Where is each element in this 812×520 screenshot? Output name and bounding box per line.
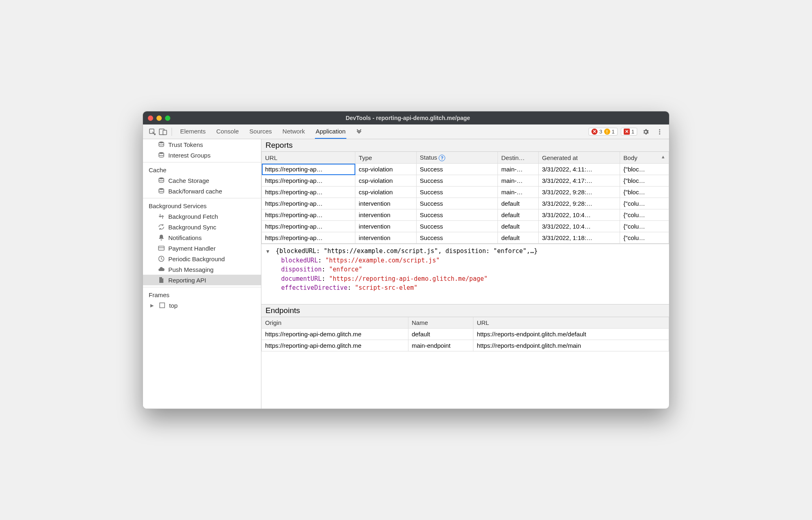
sidebar-item-label: Push Messaging	[168, 266, 214, 273]
endpoints-col-origin[interactable]: Origin	[262, 317, 408, 329]
sidebar-item-label: Back/forward cache	[168, 188, 222, 195]
report-cell-body: {"colu…	[620, 198, 669, 209]
endpoint-row[interactable]: https://reporting-api-demo.glitch.memain…	[262, 340, 669, 351]
svg-rect-13	[160, 303, 165, 308]
sidebar-item-label: top	[169, 302, 178, 309]
report-cell-status: Success	[416, 187, 497, 198]
console-errors-warnings-badge[interactable]: ✕ 3 ! 1	[589, 128, 617, 136]
sidebar-item-trust-tokens[interactable]: Trust Tokens	[143, 139, 261, 150]
settings-gear-icon[interactable]	[640, 127, 651, 137]
tab-sources[interactable]: Sources	[249, 124, 273, 139]
sidebar-item-background-sync[interactable]: Background Sync	[143, 222, 261, 232]
report-cell-dest: default	[498, 209, 539, 221]
tab-application[interactable]: Application	[315, 124, 346, 139]
sidebar-item-cache-storage[interactable]: Cache Storage	[143, 175, 261, 186]
sidebar-item-interest-groups[interactable]: Interest Groups	[143, 150, 261, 160]
json-prop-effectiveDirective: effectiveDirective: "script-src-elem"	[266, 283, 664, 293]
report-cell-url: https://reporting-ap…	[262, 232, 355, 244]
svg-point-9	[159, 188, 164, 190]
endpoints-table: OriginNameURL https://reporting-api-demo…	[261, 317, 669, 351]
endpoints-title: Endpoints	[261, 304, 669, 317]
report-cell-status: Success	[416, 221, 497, 232]
sidebar-item-top[interactable]: ▶top	[143, 300, 261, 311]
sidebar-item-background-fetch[interactable]: Background Fetch	[143, 211, 261, 222]
report-row[interactable]: https://reporting-ap…interventionSuccess…	[262, 221, 669, 232]
reports-title: Reports	[261, 139, 669, 152]
reports-col-status[interactable]: Status?	[416, 152, 497, 164]
sidebar-item-notifications[interactable]: Notifications	[143, 232, 261, 243]
report-row[interactable]: https://reporting-ap…csp-violationSucces…	[262, 164, 669, 175]
reports-col-url[interactable]: URL	[262, 152, 355, 164]
tab-elements[interactable]: Elements	[179, 124, 207, 139]
report-cell-dest: main-…	[498, 187, 539, 198]
tab-console[interactable]: Console	[216, 124, 240, 139]
report-cell-url: https://reporting-ap…	[262, 209, 355, 221]
report-row[interactable]: https://reporting-ap…interventionSuccess…	[262, 232, 669, 244]
inspect-element-icon[interactable]	[147, 127, 158, 137]
report-row[interactable]: https://reporting-ap…csp-violationSucces…	[262, 175, 669, 187]
report-cell-time: 3/31/2022, 1:18:…	[538, 232, 620, 244]
report-cell-type: intervention	[355, 198, 417, 209]
fetch-icon	[158, 213, 165, 220]
status-help-icon[interactable]: ?	[439, 155, 445, 161]
reports-col-destin-[interactable]: Destin…	[498, 152, 539, 164]
sidebar-item-periodic-background[interactable]: Periodic Background	[143, 253, 261, 264]
endpoints-col-name[interactable]: Name	[408, 317, 473, 329]
issue-count: 1	[631, 129, 634, 135]
report-cell-dest: main-…	[498, 164, 539, 175]
devtools-window: DevTools - reporting-api-demo.glitch.me/…	[143, 111, 669, 409]
sidebar-item-push-messaging[interactable]: Push Messaging	[143, 264, 261, 275]
tab-network[interactable]: Network	[282, 124, 306, 139]
endpoint-cell-name: main-endpoint	[408, 340, 473, 351]
issues-badge[interactable]: ✕ 1	[621, 128, 637, 136]
kebab-menu-icon[interactable]	[654, 127, 665, 137]
report-cell-type: intervention	[355, 221, 417, 232]
report-cell-type: intervention	[355, 209, 417, 221]
report-cell-type: csp-violation	[355, 187, 417, 198]
svg-point-7	[159, 152, 164, 154]
report-row[interactable]: https://reporting-ap…csp-violationSucces…	[262, 187, 669, 198]
report-cell-type: csp-violation	[355, 164, 417, 175]
json-summary-line[interactable]: ▼ {blockedURL: "https://example.com/scri…	[266, 247, 664, 256]
more-tabs-icon[interactable]	[354, 127, 364, 137]
report-cell-status: Success	[416, 175, 497, 187]
disclosure-triangle-icon[interactable]: ▼	[266, 248, 272, 255]
reports-col-body[interactable]: Body▲	[620, 152, 669, 164]
sidebar-section-frames: Frames	[143, 287, 261, 300]
sidebar-item-label: Payment Handler	[168, 245, 216, 252]
svg-point-5	[659, 133, 660, 134]
report-body-detail: ▼ {blockedURL: "https://example.com/scri…	[261, 244, 669, 304]
report-cell-body: {"colu…	[620, 221, 669, 232]
sidebar-item-back-forward-cache[interactable]: Back/forward cache	[143, 186, 261, 196]
main-area: Trust TokensInterest GroupsCacheCache St…	[143, 139, 669, 409]
report-cell-time: 3/31/2022, 4:11:…	[538, 164, 620, 175]
report-cell-dest: default	[498, 232, 539, 244]
window-title: DevTools - reporting-api-demo.glitch.me/…	[152, 115, 664, 121]
report-row[interactable]: https://reporting-ap…interventionSuccess…	[262, 209, 669, 221]
sidebar-item-label: Interest Groups	[168, 152, 210, 159]
report-cell-url: https://reporting-ap…	[262, 198, 355, 209]
sidebar-item-reporting-api[interactable]: Reporting API	[143, 275, 261, 285]
sidebar-item-label: Background Fetch	[168, 213, 218, 220]
reports-col-type[interactable]: Type	[355, 152, 417, 164]
sidebar-item-payment-handler[interactable]: Payment Handler	[143, 243, 261, 253]
endpoint-row[interactable]: https://reporting-api-demo.glitch.medefa…	[262, 329, 669, 340]
report-cell-url: https://reporting-ap…	[262, 187, 355, 198]
sidebar-item-label: Reporting API	[168, 277, 206, 284]
sidebar-item-label: Background Sync	[168, 224, 216, 231]
db-icon	[158, 151, 165, 159]
application-sidebar: Trust TokensInterest GroupsCacheCache St…	[143, 139, 261, 409]
report-cell-body: {"colu…	[620, 209, 669, 221]
report-row[interactable]: https://reporting-ap…interventionSuccess…	[262, 198, 669, 209]
file-icon	[158, 276, 165, 284]
svg-point-3	[659, 129, 660, 130]
report-cell-dest: default	[498, 198, 539, 209]
sidebar-section-cache: Cache	[143, 162, 261, 175]
issue-icon: ✕	[624, 129, 630, 135]
reports-col-generated-at[interactable]: Generated at	[538, 152, 620, 164]
toolbar-separator	[172, 128, 172, 136]
report-cell-body: {"bloc…	[620, 164, 669, 175]
device-toolbar-icon[interactable]	[158, 127, 168, 137]
endpoints-col-url[interactable]: URL	[473, 317, 669, 329]
report-cell-type: csp-violation	[355, 175, 417, 187]
